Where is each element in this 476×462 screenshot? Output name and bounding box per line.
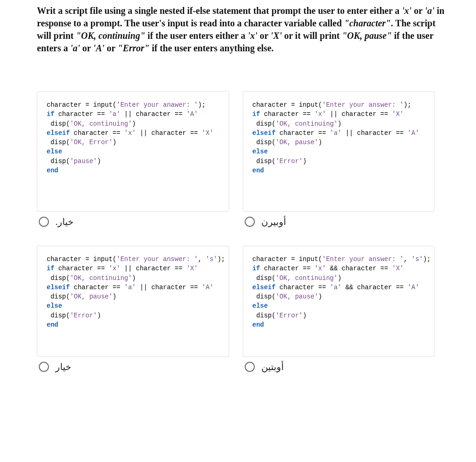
code-text: disp( xyxy=(47,139,70,146)
code-text: 'Enter your answer: ' xyxy=(322,101,404,109)
code-text: || character == xyxy=(136,284,202,291)
option-cell-2: character = input('Enter your answer: ')… xyxy=(243,91,449,227)
code-text: , xyxy=(198,255,206,263)
code-kw: else xyxy=(47,302,62,310)
code-text: || character == xyxy=(342,129,408,137)
code-block-2: character = input('Enter your answer: ')… xyxy=(253,100,425,175)
code-text: character == xyxy=(276,129,330,137)
code-text: ) xyxy=(113,139,116,146)
option-radio-4[interactable]: أوبتين xyxy=(243,361,435,372)
code-kw: if xyxy=(47,265,54,272)
options-grid: character = input('Enter your anawer: ')… xyxy=(37,91,448,391)
code-text: disp( xyxy=(47,120,70,128)
code-text: 'a' xyxy=(330,129,342,137)
code-kw: elseif xyxy=(253,284,276,291)
option-cell-3: character = input('Enter your answer: ',… xyxy=(37,246,243,372)
code-kw: end xyxy=(253,167,264,174)
code-text: 's' xyxy=(411,255,423,263)
code-card-2: character = input('Enter your answer: ')… xyxy=(243,91,435,212)
code-kw: elseif xyxy=(47,284,70,291)
code-text: ) xyxy=(337,120,341,128)
code-text: 'a' xyxy=(330,284,342,291)
page: Writ a script file using a single nested… xyxy=(0,0,476,409)
q-part: Writ a script file using a single nested… xyxy=(37,6,402,16)
option-label-2: أوبيرن xyxy=(261,216,286,227)
code-text: && character == xyxy=(342,284,408,291)
q-part: if the user enters anything else. xyxy=(150,43,274,53)
code-text: 'Error' xyxy=(276,312,303,319)
code-kw: if xyxy=(253,110,260,118)
code-text: 'A' xyxy=(408,284,419,291)
q-token-a: 'a' xyxy=(425,6,434,16)
code-text: 'x' xyxy=(108,265,120,272)
code-text: 'x' xyxy=(314,110,326,118)
code-text: disp( xyxy=(47,293,70,300)
q-character: "character" xyxy=(344,18,391,28)
code-text: 'Error' xyxy=(70,312,97,319)
code-text: disp( xyxy=(253,293,276,300)
code-text: ) xyxy=(132,120,136,128)
code-text: 'OK, continuing' xyxy=(276,120,337,128)
code-text: 'x' xyxy=(124,129,136,137)
code-text: disp( xyxy=(47,274,70,282)
question-text: Writ a script file using a single nested… xyxy=(37,5,448,55)
q-okpause: "OK, pause" xyxy=(342,30,392,41)
code-text: || character == xyxy=(326,110,392,118)
code-text: disp( xyxy=(47,312,70,319)
code-kw: end xyxy=(47,167,58,174)
q-part: or xyxy=(258,30,271,41)
code-text: disp( xyxy=(47,158,70,165)
code-text: ) xyxy=(318,139,322,146)
code-text: disp( xyxy=(253,139,276,146)
q-token-biga: 'A' xyxy=(93,43,104,53)
code-text: ); xyxy=(404,101,411,109)
code-text: disp( xyxy=(253,312,276,319)
code-text: 'X' xyxy=(202,129,213,137)
code-text: 'X' xyxy=(392,110,404,118)
code-kw: elseif xyxy=(47,129,70,137)
option-radio-1[interactable]: خيار. xyxy=(37,216,229,227)
code-text: 'X' xyxy=(392,265,404,272)
code-text: 'OK, continuing' xyxy=(276,274,337,282)
code-text: 'pause' xyxy=(70,158,97,165)
q-part: or xyxy=(104,43,118,53)
code-text: 'x' xyxy=(314,265,326,272)
code-text: ); xyxy=(198,101,206,109)
q-token-x: 'x' xyxy=(402,6,411,16)
code-block-1: character = input('Enter your anawer: ')… xyxy=(47,100,219,175)
code-text: 'A' xyxy=(408,129,419,137)
code-text: character == xyxy=(70,284,124,291)
code-text: ) xyxy=(113,293,116,300)
code-text: character == xyxy=(54,265,109,272)
code-text: 'Enter your answer: ' xyxy=(116,255,198,263)
q-token-bigx: 'X' xyxy=(271,30,282,41)
code-text: disp( xyxy=(253,274,276,282)
q-token-x2: 'x' xyxy=(247,30,257,41)
option-radio-3[interactable]: خيار xyxy=(37,361,229,372)
option-cell-1: character = input('Enter your anawer: ')… xyxy=(37,91,243,227)
code-block-4: character = input('Enter your answer: ',… xyxy=(253,255,425,329)
code-text: ) xyxy=(97,312,101,319)
q-part: if the user enters either a xyxy=(145,30,247,41)
code-text: 'Error' xyxy=(276,158,303,165)
code-text: || character == xyxy=(121,265,187,272)
code-text: , xyxy=(404,255,411,263)
code-text: || character == xyxy=(136,129,202,137)
code-text: ) xyxy=(303,312,307,319)
code-card-3: character = input('Enter your answer: ',… xyxy=(37,246,229,357)
option-cell-4: character = input('Enter your answer: ',… xyxy=(243,246,449,372)
code-text: 'A' xyxy=(186,110,198,118)
code-text: character = input( xyxy=(253,101,322,109)
code-text: character == xyxy=(70,129,124,137)
code-text: ); xyxy=(423,255,431,263)
code-text: character == xyxy=(260,265,314,272)
code-kw: else xyxy=(253,302,268,310)
radio-icon xyxy=(39,217,49,227)
code-text: 'X' xyxy=(186,265,198,272)
code-text: || character == xyxy=(121,110,187,118)
code-text: character == xyxy=(54,110,109,118)
code-kw: elseif xyxy=(253,129,276,137)
code-text: 's' xyxy=(205,255,217,263)
code-text: && character == xyxy=(326,265,392,272)
option-radio-2[interactable]: أوبيرن xyxy=(243,216,435,227)
